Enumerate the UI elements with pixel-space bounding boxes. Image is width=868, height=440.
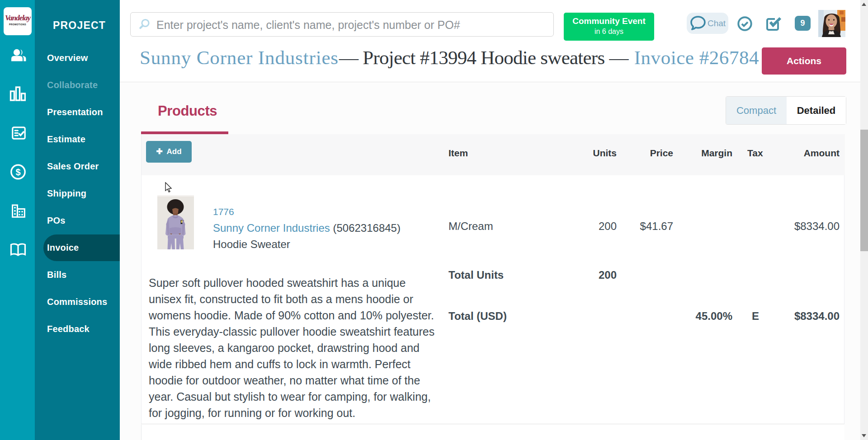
svg-text:$: $ bbox=[15, 167, 20, 177]
